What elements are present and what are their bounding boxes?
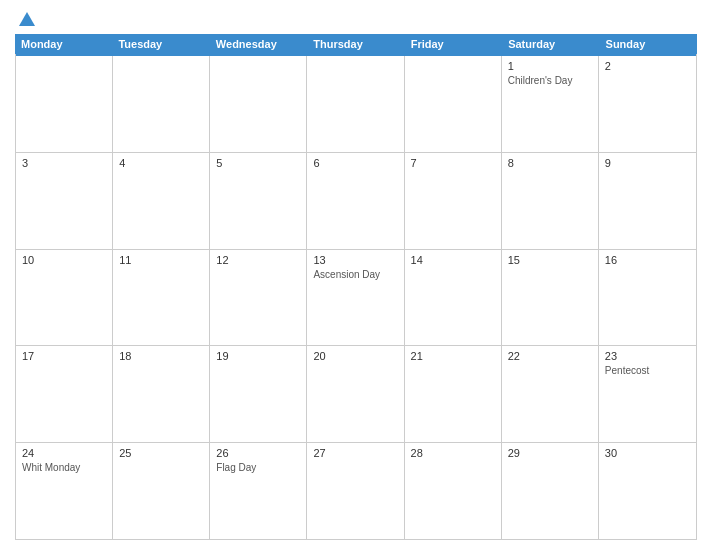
day-number: 18 [119, 350, 203, 362]
day-number: 19 [216, 350, 300, 362]
day-number: 1 [508, 60, 592, 72]
cal-cell: 19 [210, 346, 307, 442]
cal-cell: 5 [210, 153, 307, 249]
week-row-2: 3456789 [16, 152, 696, 249]
cal-cell: 11 [113, 250, 210, 346]
day-number: 5 [216, 157, 300, 169]
cal-cell [210, 56, 307, 152]
cal-cell: 1Children's Day [502, 56, 599, 152]
cal-cell: 9 [599, 153, 696, 249]
logo-triangle-icon [19, 12, 35, 26]
day-number: 13 [313, 254, 397, 266]
cal-cell [405, 56, 502, 152]
cal-cell: 7 [405, 153, 502, 249]
cal-cell: 23Pentecost [599, 346, 696, 442]
day-number: 27 [313, 447, 397, 459]
week-row-4: 17181920212223Pentecost [16, 345, 696, 442]
day-number: 12 [216, 254, 300, 266]
cal-cell: 29 [502, 443, 599, 539]
logo [15, 10, 35, 26]
weekday-header-monday: Monday [15, 34, 112, 54]
week-row-1: 1Children's Day2 [16, 54, 696, 152]
cal-cell: 22 [502, 346, 599, 442]
day-number: 7 [411, 157, 495, 169]
cal-cell: 12 [210, 250, 307, 346]
cal-cell: 8 [502, 153, 599, 249]
day-number: 15 [508, 254, 592, 266]
cal-cell: 20 [307, 346, 404, 442]
cal-cell: 28 [405, 443, 502, 539]
cal-cell: 4 [113, 153, 210, 249]
calendar-body: 1Children's Day2345678910111213Ascension… [15, 54, 697, 540]
day-number: 20 [313, 350, 397, 362]
header [15, 10, 697, 26]
weekday-header-saturday: Saturday [502, 34, 599, 54]
day-number: 14 [411, 254, 495, 266]
day-number: 3 [22, 157, 106, 169]
day-number: 21 [411, 350, 495, 362]
cal-cell: 17 [16, 346, 113, 442]
day-number: 24 [22, 447, 106, 459]
day-number: 10 [22, 254, 106, 266]
cal-cell: 10 [16, 250, 113, 346]
holiday-label: Whit Monday [22, 461, 106, 474]
cal-cell [113, 56, 210, 152]
day-number: 22 [508, 350, 592, 362]
calendar-page: MondayTuesdayWednesdayThursdayFridaySatu… [0, 0, 712, 550]
svg-marker-0 [19, 12, 35, 26]
holiday-label: Ascension Day [313, 268, 397, 281]
cal-cell: 21 [405, 346, 502, 442]
weekday-header-sunday: Sunday [600, 34, 697, 54]
cal-cell: 14 [405, 250, 502, 346]
day-number: 9 [605, 157, 690, 169]
day-number: 30 [605, 447, 690, 459]
cal-cell: 16 [599, 250, 696, 346]
holiday-label: Children's Day [508, 74, 592, 87]
cal-cell: 26Flag Day [210, 443, 307, 539]
cal-cell: 24Whit Monday [16, 443, 113, 539]
day-number: 25 [119, 447, 203, 459]
week-row-3: 10111213Ascension Day141516 [16, 249, 696, 346]
cal-cell: 18 [113, 346, 210, 442]
day-number: 16 [605, 254, 690, 266]
holiday-label: Flag Day [216, 461, 300, 474]
cal-cell [16, 56, 113, 152]
day-number: 2 [605, 60, 690, 72]
cal-cell: 27 [307, 443, 404, 539]
cal-cell: 15 [502, 250, 599, 346]
cal-cell: 30 [599, 443, 696, 539]
cal-cell: 2 [599, 56, 696, 152]
holiday-label: Pentecost [605, 364, 690, 377]
weekday-header-thursday: Thursday [307, 34, 404, 54]
day-number: 23 [605, 350, 690, 362]
week-row-5: 24Whit Monday2526Flag Day27282930 [16, 442, 696, 539]
calendar: MondayTuesdayWednesdayThursdayFridaySatu… [15, 34, 697, 540]
cal-cell: 3 [16, 153, 113, 249]
weekday-header-wednesday: Wednesday [210, 34, 307, 54]
day-number: 11 [119, 254, 203, 266]
cal-cell: 13Ascension Day [307, 250, 404, 346]
cal-cell: 25 [113, 443, 210, 539]
day-number: 26 [216, 447, 300, 459]
weekday-header-friday: Friday [405, 34, 502, 54]
day-number: 6 [313, 157, 397, 169]
day-number: 8 [508, 157, 592, 169]
day-number: 28 [411, 447, 495, 459]
day-number: 4 [119, 157, 203, 169]
day-number: 29 [508, 447, 592, 459]
cal-cell: 6 [307, 153, 404, 249]
cal-cell [307, 56, 404, 152]
day-number: 17 [22, 350, 106, 362]
calendar-header: MondayTuesdayWednesdayThursdayFridaySatu… [15, 34, 697, 54]
weekday-header-tuesday: Tuesday [112, 34, 209, 54]
